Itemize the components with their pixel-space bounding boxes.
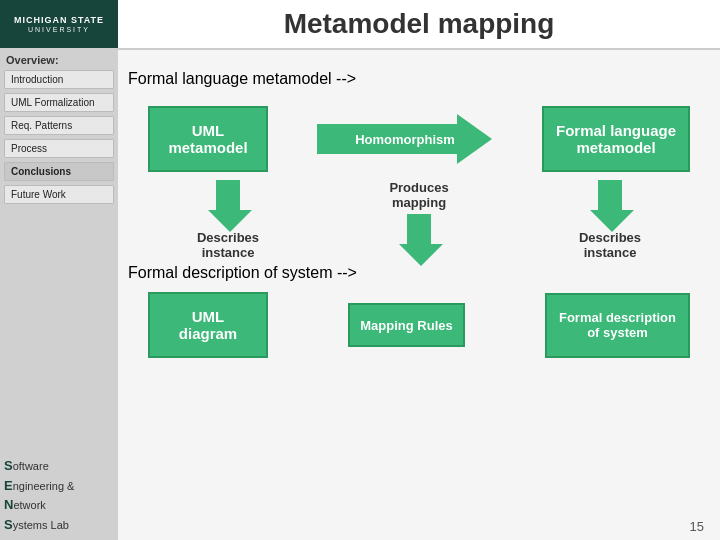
sidebar-item-introduction[interactable]: Introduction — [4, 70, 114, 89]
formal-language-metamodel-box: Formal languagemetamodel — [542, 106, 690, 172]
sidebar: MICHIGAN STATE UNIVERSITY Overview: Intr… — [0, 0, 118, 540]
formal-language-metamodel-label: Formal languagemetamodel — [556, 122, 676, 156]
produces-mapping-label: Producesmapping — [389, 180, 448, 210]
sens-label: Software Engineering & Network Systems L… — [4, 456, 74, 534]
homomorphism-arrow: Homomorphism — [317, 114, 492, 164]
down-arrow-center — [399, 214, 439, 264]
formal-description-label: Formal descriptionof system — [559, 310, 676, 340]
uml-metamodel-label: UMLmetamodel — [168, 122, 247, 156]
down-arrow-left — [208, 180, 248, 230]
uml-diagram-box: UMLdiagram — [148, 292, 268, 358]
mapping-rules-arrow: Mapping Rules — [348, 303, 464, 347]
logo: MICHIGAN STATE UNIVERSITY — [0, 0, 118, 48]
formal-description-box: Formal descriptionof system — [545, 293, 690, 358]
down-arrow-right — [590, 180, 630, 230]
university-subtitle: UNIVERSITY — [28, 26, 90, 33]
sidebar-item-process[interactable]: Process — [4, 139, 114, 158]
sidebar-item-uml-formalization[interactable]: UML Formalization — [4, 93, 114, 112]
title-bar: Metamodel mapping — [118, 0, 720, 50]
overview-heading: Overview: — [0, 48, 118, 68]
main-content: Metamodel mapping Formal language metamo… — [118, 0, 720, 540]
describes-instance-right-label: Describesinstance — [579, 230, 641, 260]
page-title: Metamodel mapping — [284, 8, 555, 40]
diagram-area: Formal language metamodel --> UMLmetamod… — [118, 50, 720, 540]
uml-diagram-label: UMLdiagram — [179, 308, 237, 342]
sidebar-item-req-patterns[interactable]: Req. Patterns — [4, 116, 114, 135]
page-number: 15 — [690, 519, 704, 534]
uml-metamodel-box: UMLmetamodel — [148, 106, 268, 172]
sidebar-item-conclusions[interactable]: Conclusions — [4, 162, 114, 181]
describes-instance-left-label: Describesinstance — [197, 230, 259, 260]
mapping-rules-label: Mapping Rules — [360, 318, 452, 333]
mapping-rules-box: Mapping Rules — [348, 303, 464, 347]
sidebar-item-future-work[interactable]: Future Work — [4, 185, 114, 204]
university-name: MICHIGAN STATE — [14, 15, 104, 26]
